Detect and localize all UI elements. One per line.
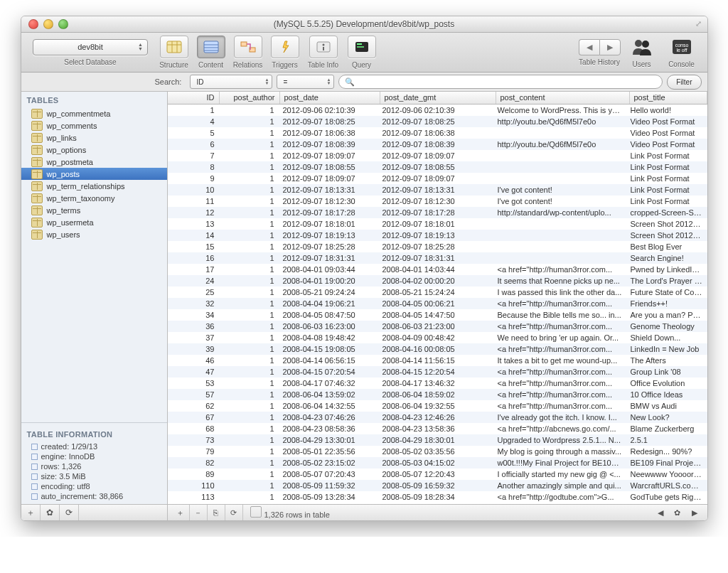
sidebar-footer: ＋ ✿ ⟳ bbox=[21, 504, 167, 520]
table-row[interactable]: 1712008-04-01 09:03:442008-04-01 14:03:4… bbox=[168, 264, 707, 275]
sidebar-table-item[interactable]: wp_term_taxonomy bbox=[21, 192, 167, 204]
table-row[interactable]: 1612012-09-07 18:31:312012-09-07 18:31:3… bbox=[168, 252, 707, 264]
database-selector[interactable]: dev8bit ▲▼ bbox=[33, 39, 148, 55]
expand-icon[interactable]: ⤢ bbox=[695, 19, 702, 28]
table-row[interactable]: 412012-09-07 18:08:252012-09-07 18:08:25… bbox=[168, 116, 707, 127]
table-row[interactable]: 5712008-06-04 13:59:022008-06-04 18:59:0… bbox=[168, 389, 707, 400]
table-row[interactable]: 912012-09-07 18:09:072012-09-07 18:09:07… bbox=[168, 173, 707, 184]
structure-icon bbox=[160, 36, 188, 58]
prev-page-button[interactable]: ◀ bbox=[652, 505, 669, 520]
search-bar: Search: ID ▲▼ = ▲▼ 🔍 Filter bbox=[21, 73, 707, 92]
filter-button[interactable]: Filter bbox=[667, 75, 701, 90]
table-row[interactable]: 8912008-05-07 07:20:432008-05-07 12:20:4… bbox=[168, 468, 707, 480]
sidebar-table-item[interactable]: wp_postmeta bbox=[21, 156, 167, 168]
table-row[interactable]: 8212008-05-02 23:15:022008-05-03 04:15:0… bbox=[168, 457, 707, 468]
table-actions-button[interactable]: ✿ bbox=[41, 505, 60, 520]
info-bullet-icon bbox=[31, 464, 38, 470]
table-row[interactable]: 6712008-04-23 07:46:262008-04-23 12:46:2… bbox=[168, 412, 707, 423]
table-icon bbox=[31, 133, 43, 143]
table-row[interactable]: 7312008-04-29 13:30:012008-04-29 18:30:0… bbox=[168, 434, 707, 446]
sidebar-table-item[interactable]: wp_links bbox=[21, 132, 167, 144]
add-table-button[interactable]: ＋ bbox=[21, 505, 41, 520]
table-row[interactable]: 11012008-05-09 11:59:322008-05-09 16:59:… bbox=[168, 480, 707, 491]
col-post-title[interactable]: post_title bbox=[630, 92, 707, 104]
table-row[interactable]: 1112012-09-07 18:12:302012-09-07 18:12:3… bbox=[168, 196, 707, 207]
duplicate-row-button[interactable]: ⎘ bbox=[208, 505, 225, 520]
remove-row-button[interactable]: － bbox=[190, 505, 208, 520]
sidebar-table-item[interactable]: wp_posts bbox=[21, 168, 167, 180]
tableinfo-button[interactable]: Table Info bbox=[304, 36, 343, 69]
table-row[interactable]: 1012012-09-07 18:13:312012-09-07 18:13:3… bbox=[168, 184, 707, 196]
col-post-content[interactable]: post_content bbox=[496, 92, 630, 104]
info-bullet-icon bbox=[31, 454, 38, 460]
refresh-tables-button[interactable]: ⟳ bbox=[60, 505, 79, 520]
col-post-author[interactable]: post_author bbox=[220, 92, 280, 104]
database-selector-label: Select Database bbox=[64, 58, 116, 66]
table-row[interactable]: 712012-09-07 18:09:072012-09-07 18:09:07… bbox=[168, 150, 707, 161]
table-row[interactable]: 6812008-04-23 08:58:362008-04-23 13:58:3… bbox=[168, 423, 707, 434]
triggers-button[interactable]: Triggers bbox=[267, 36, 304, 69]
col-post-date-gmt[interactable]: post_date_gmt bbox=[380, 92, 496, 104]
search-operator-select[interactable]: = ▲▼ bbox=[277, 75, 334, 89]
sidebar-table-item[interactable]: wp_options bbox=[21, 144, 167, 156]
svg-point-17 bbox=[635, 40, 642, 47]
table-row[interactable]: 2412008-04-01 19:00:202008-04-02 00:00:2… bbox=[168, 275, 707, 286]
history-forward-button[interactable]: ▶ bbox=[599, 39, 621, 55]
table-row[interactable]: 3612008-06-03 16:23:002008-06-03 21:23:0… bbox=[168, 321, 707, 332]
sidebar-table-item[interactable]: wp_commentmeta bbox=[21, 107, 167, 119]
next-page-button[interactable]: ▶ bbox=[686, 505, 703, 520]
table-row[interactable]: 3412008-04-05 08:47:502008-04-05 14:47:5… bbox=[168, 309, 707, 321]
table-row[interactable]: 7912008-05-01 22:35:562008-05-02 03:35:5… bbox=[168, 446, 707, 457]
table-name: wp_commentmeta bbox=[47, 109, 111, 118]
search-field-select[interactable]: ID ▲▼ bbox=[190, 75, 272, 89]
relations-button[interactable]: Relations bbox=[230, 36, 267, 69]
sidebar-table-item[interactable]: wp_usermeta bbox=[21, 216, 167, 228]
table-row[interactable]: 1212012-09-07 18:17:282012-09-07 18:17:2… bbox=[168, 207, 707, 218]
table-row[interactable]: 512012-09-07 18:06:382012-09-07 18:06:38… bbox=[168, 127, 707, 139]
table-icon bbox=[31, 157, 43, 167]
content-button[interactable]: Content bbox=[193, 36, 230, 69]
col-post-date[interactable]: post_date bbox=[280, 92, 380, 104]
table-row[interactable]: 11312008-05-09 13:28:342008-05-09 18:28:… bbox=[168, 491, 707, 503]
structure-button[interactable]: Structure bbox=[156, 36, 193, 69]
table-row[interactable]: 6212008-06-04 14:32:552008-06-04 19:32:5… bbox=[168, 400, 707, 412]
svg-point-12 bbox=[322, 44, 324, 46]
grid-actions-button[interactable]: ✿ bbox=[669, 505, 686, 520]
info-bullet-icon bbox=[31, 444, 38, 450]
console-button[interactable]: console off Console bbox=[663, 36, 700, 68]
refresh-rows-button[interactable]: ⟳ bbox=[225, 505, 243, 520]
table-row[interactable]: 2512008-05-21 09:24:242008-05-21 15:24:2… bbox=[168, 286, 707, 298]
info-bullet-icon bbox=[31, 493, 38, 500]
table-row[interactable]: 4612008-04-14 06:56:152008-04-14 11:56:1… bbox=[168, 355, 707, 366]
add-row-button[interactable]: ＋ bbox=[172, 505, 190, 520]
history-back-button[interactable]: ◀ bbox=[579, 39, 599, 55]
sidebar-table-item[interactable]: wp_comments bbox=[21, 119, 167, 132]
sidebar-table-item[interactable]: wp_terms bbox=[21, 204, 167, 216]
sidebar-table-item[interactable]: wp_users bbox=[21, 228, 167, 240]
table-row[interactable]: 4712008-04-15 07:20:542008-04-15 12:20:5… bbox=[168, 366, 707, 377]
content-icon bbox=[197, 36, 225, 58]
table-icon bbox=[31, 109, 43, 119]
table-row[interactable]: 1312012-09-07 18:18:012012-09-07 18:18:0… bbox=[168, 218, 707, 230]
query-button[interactable]: Query bbox=[343, 36, 380, 69]
grid-body[interactable]: 112012-09-06 02:10:392012-09-06 02:10:39… bbox=[168, 105, 707, 504]
sidebar: TABLES wp_commentmetawp_commentswp_links… bbox=[21, 92, 168, 520]
table-row[interactable]: 1412012-09-07 18:19:132012-09-07 18:19:1… bbox=[168, 230, 707, 241]
minimize-window-icon[interactable] bbox=[43, 19, 53, 29]
table-row[interactable]: 3912008-04-15 19:08:052008-04-16 00:08:0… bbox=[168, 343, 707, 355]
close-window-icon[interactable] bbox=[28, 19, 38, 29]
table-row[interactable]: 112012-09-06 02:10:392012-09-06 02:10:39… bbox=[168, 105, 707, 116]
table-row[interactable]: 3712008-04-08 19:48:422008-04-09 00:48:4… bbox=[168, 332, 707, 343]
window-title: (MySQL 5.5.25) Development/dev8bit/wp_po… bbox=[21, 19, 707, 29]
table-row[interactable]: 5312008-04-17 07:46:322008-04-17 13:46:3… bbox=[168, 377, 707, 389]
table-row[interactable]: 612012-09-07 18:08:392012-09-07 18:08:39… bbox=[168, 139, 707, 150]
table-row[interactable]: 1512012-09-07 18:25:282012-09-07 18:25:2… bbox=[168, 241, 707, 252]
zoom-window-icon[interactable] bbox=[58, 19, 68, 29]
users-button[interactable]: Users bbox=[623, 36, 660, 68]
col-id[interactable]: ID bbox=[168, 92, 220, 104]
table-row[interactable]: 3212008-04-04 19:06:212008-04-05 00:06:2… bbox=[168, 298, 707, 309]
sidebar-table-item[interactable]: wp_term_relationships bbox=[21, 180, 167, 192]
table-row[interactable]: 812012-09-07 18:08:552012-09-07 18:08:55… bbox=[168, 161, 707, 173]
search-input[interactable]: 🔍 bbox=[338, 75, 663, 89]
database-selector-value: dev8bit bbox=[77, 43, 102, 51]
